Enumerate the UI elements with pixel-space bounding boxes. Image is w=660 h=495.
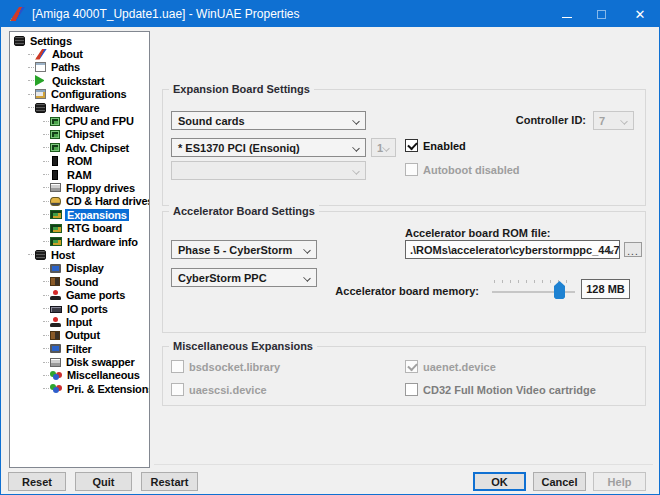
accelerator-memory-slider[interactable] (492, 280, 575, 299)
tree-item-sound[interactable]: Sound (10, 275, 149, 288)
cd32-checkbox-label: CD32 Full Motion Video cartridge (423, 384, 596, 396)
tree-connector-line (28, 254, 34, 255)
accelerator-model-value: CyberStorm PPC (178, 272, 267, 284)
cancel-button[interactable]: Cancel (533, 472, 586, 491)
enabled-checkbox-box[interactable] (405, 139, 418, 152)
expansion-device-select[interactable]: * ES1370 PCI (Ensoniq) (171, 138, 366, 157)
tree-item-ram[interactable]: RAM (10, 168, 149, 181)
tree-item-label: Quickstart (50, 75, 106, 87)
tree-item-display[interactable]: Display (10, 262, 149, 275)
rom-file-value: .\ROMs\accelerator\cyberstormppc_44.71.r… (410, 244, 620, 256)
close-button[interactable]: ✕ (620, 1, 660, 27)
expansion-category-select[interactable]: Sound cards (171, 111, 366, 130)
slider-thumb[interactable] (554, 281, 565, 299)
accelerator-memory-value: 128 MB (581, 279, 630, 299)
keyboard-icon (50, 306, 62, 313)
chevron-down-icon (303, 274, 311, 282)
expansion-category-value: Sound cards (178, 115, 245, 127)
tree-item-pri-extensions[interactable]: Pri. & Extensions (10, 382, 149, 395)
accelerator-model-select[interactable]: CyberStorm PPC (171, 268, 317, 287)
chip-black-icon (52, 170, 58, 180)
board-icon (50, 224, 62, 233)
tree-item-cd-hard-drives[interactable]: CD & Hard drives (10, 195, 149, 208)
chevron-down-icon (382, 144, 390, 152)
controller-id-label: Controller ID: (481, 114, 586, 126)
tree-connector-line (43, 201, 49, 202)
tree-item-host[interactable]: Host (10, 248, 149, 261)
tree-connector-line (28, 67, 34, 68)
tree-item-rom[interactable]: ROM (10, 155, 149, 168)
tree-item-about[interactable]: About (10, 47, 149, 60)
tree-item-input[interactable]: Input (10, 315, 149, 328)
tree-item-label: IO ports (65, 303, 110, 315)
tree-item-settings[interactable]: Settings (10, 34, 149, 47)
tree-item-label: Expansions (65, 209, 129, 221)
tree-connector-line (43, 241, 49, 242)
tree-connector-line (28, 54, 34, 55)
paths-icon (35, 62, 46, 72)
bsdsocket-checkbox-label: bsdsocket.library (189, 361, 280, 373)
winuae-logo-icon (10, 7, 25, 21)
titlebar[interactable]: [Amiga 4000T_Update1.uae] - WinUAE Prope… (1, 1, 659, 27)
settings-tree[interactable]: SettingsAboutPathsQuickstartConfiguratio… (9, 31, 150, 468)
speaker-icon (50, 331, 60, 340)
accelerator-group-title: Accelerator Board Settings (169, 205, 319, 217)
drive-stack-icon (35, 250, 46, 260)
cd32-checkbox-box[interactable] (405, 383, 418, 396)
chevron-down-icon (352, 144, 360, 152)
tree-item-hardware[interactable]: Hardware (10, 101, 149, 114)
accelerator-board-select[interactable]: Phase 5 - CyberStorm (171, 240, 317, 259)
tree-connector-line (43, 121, 49, 122)
controller-id-value: 7 (599, 115, 605, 127)
tree-item-disk-swapper[interactable]: Disk swapper (10, 355, 149, 368)
tree-item-label: Display (64, 262, 106, 274)
maximize-icon (597, 10, 606, 19)
cd32-fmv-checkbox[interactable]: CD32 Full Motion Video cartridge (405, 383, 596, 396)
enabled-checkbox[interactable]: Enabled (405, 139, 466, 152)
tree-item-paths[interactable]: Paths (10, 61, 149, 74)
tree-item-label: Chipset (63, 128, 106, 140)
ok-button[interactable]: OK (473, 472, 526, 491)
minimize-icon (562, 17, 572, 18)
bsdsocket-checkbox-box (171, 360, 184, 373)
tree-item-quickstart[interactable]: Quickstart (10, 74, 149, 87)
tree-item-floppy-drives[interactable]: Floppy drives (10, 181, 149, 194)
autoboot-checkbox-label: Autoboot disabled (423, 164, 520, 176)
configurations-icon (35, 89, 46, 99)
tree-connector-line (43, 335, 49, 336)
tree-item-output[interactable]: Output (10, 329, 149, 342)
tree-item-hardware-info[interactable]: Hardware info (10, 235, 149, 248)
tree-item-rtg-board[interactable]: RTG board (10, 221, 149, 234)
tree-connector-line (43, 228, 49, 229)
misc-group-title: Miscellaneous Expansions (169, 340, 317, 352)
winuae-logo-icon (35, 49, 47, 60)
uaescsi-device-checkbox: uaescsi.device (171, 383, 267, 396)
tree-item-expansions[interactable]: Expansions (10, 208, 149, 221)
tree-item-miscellaneous[interactable]: Miscellaneous (10, 369, 149, 382)
tree-item-chipset[interactable]: Chipset (10, 128, 149, 141)
drive-stack-icon (35, 103, 46, 113)
tree-item-game-ports[interactable]: Game ports (10, 288, 149, 301)
speaker-icon (50, 277, 60, 286)
reset-button[interactable]: Reset (8, 472, 66, 491)
restart-button[interactable]: Restart (141, 472, 198, 491)
controller-id-select: 7 (593, 111, 634, 130)
chip-green-icon (50, 117, 60, 126)
window-title: [Amiga 4000T_Update1.uae] - WinUAE Prope… (32, 7, 299, 21)
board-icon (50, 210, 62, 219)
tree-item-label: RTG board (65, 222, 124, 234)
quit-button[interactable]: Quit (75, 472, 132, 491)
accelerator-memory-label: Accelerator board memory: (301, 285, 479, 297)
tree-item-label: Miscellaneous (65, 369, 142, 381)
tree-item-io-ports[interactable]: IO ports (10, 302, 149, 315)
tree-item-adv-chipset[interactable]: Adv. Chipset (10, 141, 149, 154)
tree-item-configurations[interactable]: Configurations (10, 88, 149, 101)
tree-item-label: ROM (65, 155, 94, 167)
rom-file-select[interactable]: .\ROMs\accelerator\cyberstormppc_44.71.r… (405, 240, 620, 259)
tree-item-label: About (50, 48, 85, 60)
minimize-button[interactable] (550, 1, 583, 27)
tree-item-label: CD & Hard drives (64, 195, 150, 207)
tree-item-cpu-and-fpu[interactable]: CPU and FPU (10, 114, 149, 127)
rom-file-browse-button[interactable]: ... (624, 242, 642, 257)
tree-item-filter[interactable]: Filter (10, 342, 149, 355)
